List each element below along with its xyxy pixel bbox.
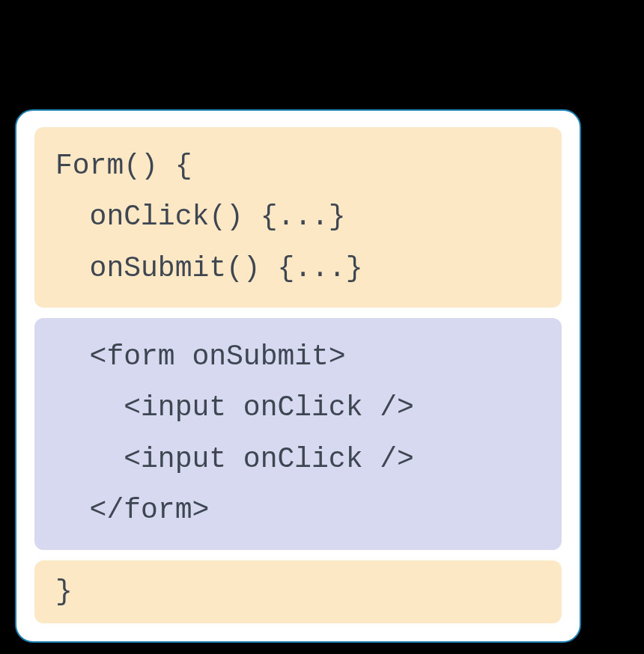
- code-block-bottom: }: [34, 560, 562, 623]
- code-block-top: Form() { onClick() {...} onSubmit() {...…: [34, 127, 562, 308]
- code-block-middle: <form onSubmit> <input onClick /> <input…: [34, 318, 562, 550]
- code-card: Form() { onClick() {...} onSubmit() {...…: [15, 109, 581, 643]
